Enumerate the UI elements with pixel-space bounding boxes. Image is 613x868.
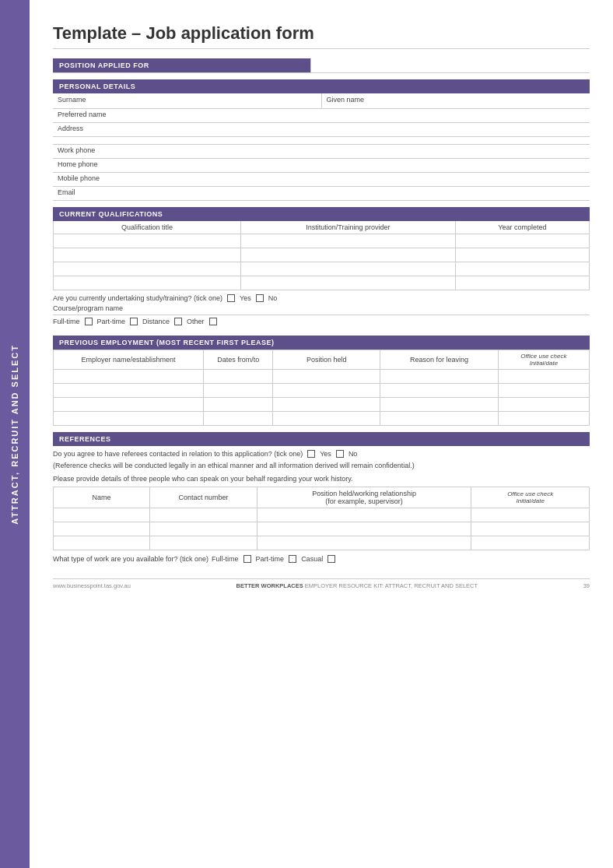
emp-col-3: Position held: [273, 350, 380, 370]
parttime-checkbox[interactable]: [130, 318, 138, 325]
footer-brand: BETTER WORKPLACES: [236, 582, 303, 589]
study-question-text: Are you currently undertaking study/trai…: [53, 294, 222, 302]
parttime-label: Part-time: [97, 318, 126, 325]
other-checkbox[interactable]: [209, 318, 217, 325]
ref-col-1: Name: [54, 487, 150, 508]
study-options-row: Full-time Part-time Distance Other: [53, 318, 590, 325]
distance-label: Distance: [142, 318, 170, 325]
distance-checkbox[interactable]: [174, 318, 182, 325]
qualifications-header: CURRENT QUALIFICATIONS: [53, 207, 590, 221]
qualifications-table: Qualification title Institution/Training…: [53, 221, 590, 290]
emp-col-2: Dates from/to: [203, 350, 273, 370]
emp-col-5: Office use checkInitial/date: [498, 350, 589, 370]
home-phone-row: Home phone: [53, 159, 590, 173]
address-label: Address: [58, 125, 83, 132]
references-header: REFERENCES: [53, 432, 590, 446]
no-checkbox[interactable]: [256, 294, 264, 302]
footer: www.businesspoint.tas.gov.au BETTER WORK…: [53, 578, 590, 589]
email-label: Email: [58, 188, 75, 196]
emp-row-4: [54, 412, 590, 426]
emp-row-1: [54, 370, 590, 384]
ref-row-1: [54, 508, 590, 522]
ref-no-label: No: [349, 450, 358, 458]
ref-col-4: Office use checkInitial/date: [471, 487, 590, 508]
name-row: Surname Given name: [53, 93, 590, 109]
email-row: Email: [53, 187, 590, 201]
work-phone-row: Work phone: [53, 145, 590, 159]
page: ATTRACT, RECRUIT AND SELECT Template – J…: [0, 0, 613, 868]
employment-table: Employer name/establishment Dates from/t…: [53, 350, 590, 426]
work-fulltime-checkbox[interactable]: [243, 555, 251, 563]
position-header: POSITION APPLIED FOR: [53, 58, 310, 72]
fulltime-label: Full-time: [53, 318, 80, 325]
ref-yes-checkbox[interactable]: [307, 450, 315, 458]
preferred-name-label: Preferred name: [58, 111, 107, 118]
page-title: Template – Job application form: [53, 23, 590, 49]
employment-header: PREVIOUS EMPLOYMENT (MOST RECENT FIRST P…: [53, 336, 590, 350]
sidebar: ATTRACT, RECRUIT AND SELECT: [0, 0, 30, 868]
footer-page-number: 39: [583, 582, 590, 589]
yes-checkbox[interactable]: [227, 294, 235, 302]
qual-col-1: Qualification title: [54, 221, 241, 234]
qual-col-2: Institution/Training provider: [241, 221, 456, 234]
ref-note1: (Reference checks will be conducted lega…: [53, 461, 590, 471]
references-section: REFERENCES Do you agree to have referees…: [53, 432, 590, 563]
qualifications-section: CURRENT QUALIFICATIONS Qualification tit…: [53, 207, 590, 329]
mobile-phone-row: Mobile phone: [53, 173, 590, 187]
qual-row-1: [54, 234, 590, 248]
work-fulltime-label: Full-time: [212, 555, 239, 563]
home-phone-label: Home phone: [58, 160, 98, 168]
course-row: Course/program name: [53, 304, 590, 315]
ref-no-checkbox[interactable]: [336, 450, 344, 458]
other-label: Other: [187, 318, 205, 325]
yes-label: Yes: [240, 294, 251, 302]
emp-row-3: [54, 398, 590, 412]
sidebar-text: ATTRACT, RECRUIT AND SELECT: [10, 344, 19, 525]
personal-header: PERSONAL DETAILS: [53, 79, 590, 93]
work-phone-label: Work phone: [58, 146, 95, 154]
work-parttime-label: Part-time: [256, 555, 285, 563]
footer-subtitle: EMPLOYER RESOURCE KIT: ATTRACT, RECRUIT …: [305, 582, 478, 589]
work-type-row: What type of work are you available for?…: [53, 555, 590, 563]
ref-col-3: Position held/working relationship(for e…: [257, 487, 471, 508]
position-row: POSITION APPLIED FOR: [53, 58, 590, 73]
work-type-question: What type of work are you available for?…: [53, 555, 208, 563]
qual-col-3: Year completed: [455, 221, 589, 234]
fulltime-checkbox[interactable]: [85, 318, 93, 325]
course-label: Course/program name: [53, 304, 123, 312]
given-name-label: Given name: [322, 93, 590, 108]
preferred-name-row: Preferred name: [53, 109, 590, 123]
ref-note2: Please provide details of three people w…: [53, 474, 590, 484]
position-section: POSITION APPLIED FOR: [53, 58, 590, 73]
mobile-phone-label: Mobile phone: [58, 174, 100, 182]
emp-col-1: Employer name/establishment: [54, 350, 204, 370]
references-table: Name Contact number Position held/workin…: [53, 487, 590, 550]
qual-row-2: [54, 248, 590, 262]
footer-website: www.businesspoint.tas.gov.au: [53, 582, 131, 589]
surname-label: Surname: [53, 93, 322, 108]
study-question-row: Are you currently undertaking study/trai…: [53, 294, 590, 302]
position-value-field[interactable]: [310, 58, 590, 72]
emp-row-2: [54, 384, 590, 398]
ref-yes-label: Yes: [320, 450, 331, 458]
work-parttime-checkbox[interactable]: [289, 555, 296, 563]
main-content: Template – Job application form POSITION…: [30, 0, 613, 868]
ref-row-2: [54, 522, 590, 536]
qual-row-4: [54, 276, 590, 290]
ref-col-2: Contact number: [150, 487, 257, 508]
agree-question-row: Do you agree to have referees contacted …: [53, 450, 590, 458]
agree-question-text: Do you agree to have referees contacted …: [53, 450, 303, 458]
work-casual-checkbox[interactable]: [328, 555, 335, 563]
employment-section: PREVIOUS EMPLOYMENT (MOST RECENT FIRST P…: [53, 336, 590, 426]
address-row: Address: [53, 123, 590, 137]
work-casual-label: Casual: [301, 555, 323, 563]
personal-section: PERSONAL DETAILS Surname Given name Pref…: [53, 79, 590, 201]
address-spacer: [53, 137, 590, 145]
footer-center: BETTER WORKPLACES EMPLOYER RESOURCE KIT:…: [236, 582, 478, 589]
no-label: No: [268, 294, 278, 302]
ref-row-3: [54, 536, 590, 550]
emp-col-4: Reason for leaving: [380, 350, 499, 370]
qual-row-3: [54, 262, 590, 276]
